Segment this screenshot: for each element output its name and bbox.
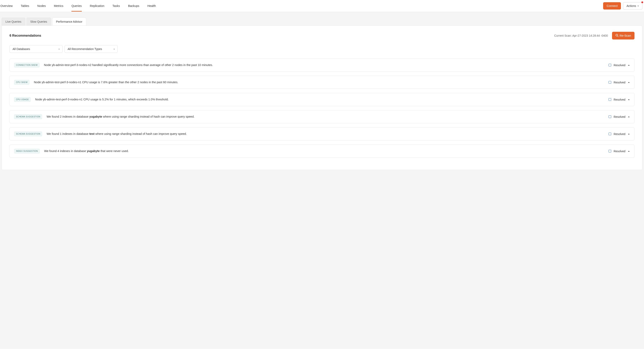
recommendation-text: We found 4 indexes in database yugabyte … [44,149,129,153]
nav-tab-overview[interactable]: Overview [0,0,12,11]
recommendation-card: INDEX SUGGESTIONWe found 4 indexes in da… [10,144,634,158]
rescan-button[interactable]: Re-Scan [612,32,634,40]
recommendation-right: Resolved [608,115,630,118]
recommendation-left: SCHEMA SUGGESTIONWe found 1 indexes in d… [14,132,604,136]
recommendation-bold: test [89,132,94,136]
collapse-icon[interactable] [628,133,630,135]
resolved-label: Resolved [614,115,626,118]
filter-row: All Databases All Recommendation Types [10,45,634,53]
caret-down-icon [58,47,60,50]
database-filter-dropdown[interactable]: All Databases [10,45,62,53]
database-filter-label: All Databases [12,47,30,50]
current-scan-text: Current Scan: Apr-27-2023 14:28:44 -0400 [554,34,608,37]
resolved-label: Resolved [614,150,626,153]
resolved-checkbox[interactable] [608,116,611,118]
connect-label: Connect [606,4,618,8]
resolved-checkbox[interactable] [608,98,611,101]
recommendation-text: We found 2 indexes in database yugabyte … [46,114,194,119]
recommendation-list: CONNECTION SKEWNode yb-admin-test-perf-3… [10,58,634,158]
recommendation-tag: CONNECTION SKEW [14,63,40,68]
actions-label: Actions [626,4,636,8]
recommendation-bold: yugabyte [87,150,100,153]
recommendation-tag: CPU USAGE [14,97,30,102]
collapse-icon[interactable] [628,150,630,152]
nav-tabs: OverviewTablesNodesMetricsQueriesReplica… [0,0,156,12]
recommendations-count-title: 6 Recommendations [10,34,41,38]
nav-tab-metrics[interactable]: Metrics [54,0,63,11]
collapse-icon[interactable] [628,98,630,100]
performance-advisor-panel: 6 Recommendations Current Scan: Apr-27-2… [2,26,642,170]
recommendation-card: SCHEMA SUGGESTIONWe found 2 indexes in d… [10,110,634,123]
subtab-performance-advisor[interactable]: Performance Advisor [52,18,86,26]
actions-button[interactable]: Actions [623,2,642,10]
page-body: Live QueriesSlow QueriesPerformance Advi… [0,12,644,349]
recommendation-card: CPU USAGENode yb-admin-test-perf-3-nodes… [10,93,634,106]
recommendation-tag: SCHEMA SUGGESTION [14,132,42,136]
recommendation-left: CPU SKEWNode yb-admin-test-perf-3-nodes-… [14,80,604,84]
nav-tab-replication[interactable]: Replication [90,0,104,11]
recommendation-tag: CPU SKEW [14,80,29,84]
nav-tab-health[interactable]: Health [147,0,156,11]
resolved-label: Resolved [614,98,626,101]
svg-line-1 [618,36,618,37]
recommendation-right: Resolved [608,98,630,101]
nav-tab-tables[interactable]: Tables [21,0,29,11]
resolved-checkbox[interactable] [608,81,611,84]
recommendation-card: CONNECTION SKEWNode yb-admin-test-perf-3… [10,58,634,72]
subtab-row: Live QueriesSlow QueriesPerformance Advi… [0,12,644,26]
recommendation-type-filter-label: All Recommendation Types [68,47,102,50]
subtab-slow-queries[interactable]: Slow Queries [26,18,51,26]
recommendation-left: SCHEMA SUGGESTIONWe found 2 indexes in d… [14,114,604,119]
recommendation-card: SCHEMA SUGGESTIONWe found 1 indexes in d… [10,127,634,140]
panel-header: 6 Recommendations Current Scan: Apr-27-2… [10,32,634,40]
nav-tab-nodes[interactable]: Nodes [37,0,46,11]
recommendation-text: Node yb-admin-test-perf-3-nodes-n2 handl… [44,63,213,67]
recommendation-left: CONNECTION SKEWNode yb-admin-test-perf-3… [14,63,604,68]
recommendation-right: Resolved [608,81,630,84]
rescan-label: Re-Scan [620,34,631,37]
recommendation-text: We found 1 indexes in database test wher… [46,132,187,136]
recommendation-text: Node yb-admin-test-perf-3-nodes-n1 CPU u… [35,97,168,102]
svg-point-0 [616,34,618,36]
nav-tab-queries[interactable]: Queries [72,0,82,11]
resolved-checkbox[interactable] [608,64,611,66]
collapse-icon[interactable] [628,116,630,118]
search-icon [616,34,618,38]
resolved-checkbox[interactable] [608,132,611,135]
top-nav: OverviewTablesNodesMetricsQueriesReplica… [0,0,644,12]
caret-down-icon [113,47,115,50]
collapse-icon[interactable] [628,82,630,84]
recommendation-right: Resolved [608,64,630,67]
resolved-checkbox[interactable] [608,150,611,152]
caret-down-icon [637,4,639,8]
resolved-label: Resolved [614,64,626,67]
recommendation-right: Resolved [608,150,630,153]
connect-button[interactable]: Connect [603,2,621,10]
resolved-label: Resolved [614,132,626,136]
recommendation-tag: SCHEMA SUGGESTION [14,114,42,119]
recommendation-right: Resolved [608,132,630,136]
scan-block: Current Scan: Apr-27-2023 14:28:44 -0400… [554,32,634,40]
nav-tab-tasks[interactable]: Tasks [112,0,120,11]
recommendation-type-filter-dropdown[interactable]: All Recommendation Types [64,45,118,53]
recommendation-left: INDEX SUGGESTIONWe found 4 indexes in da… [14,149,604,154]
nav-right: Connect Actions [603,2,644,10]
notification-dot-icon [641,2,643,3]
recommendation-bold: yugabyte [89,115,102,118]
recommendation-tag: INDEX SUGGESTION [14,149,40,154]
recommendation-left: CPU USAGENode yb-admin-test-perf-3-nodes… [14,97,604,102]
collapse-icon[interactable] [628,64,630,66]
resolved-label: Resolved [614,81,626,84]
nav-tab-backups[interactable]: Backups [128,0,140,11]
subtab-live-queries[interactable]: Live Queries [2,18,25,26]
recommendation-card: CPU SKEWNode yb-admin-test-perf-3-nodes-… [10,76,634,89]
recommendation-text: Node yb-admin-test-perf-3-nodes-n1 CPU u… [34,80,178,84]
